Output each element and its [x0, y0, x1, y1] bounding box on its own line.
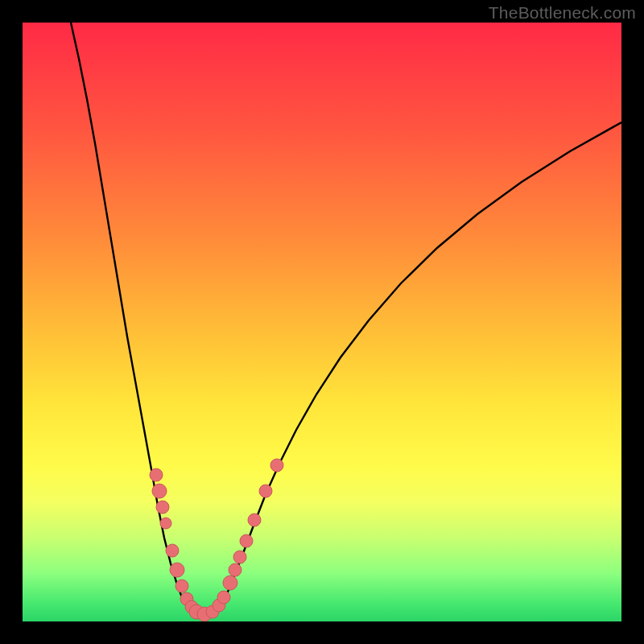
- benchmark-dot: [150, 469, 163, 481]
- benchmark-dot: [240, 535, 253, 547]
- benchmark-dot: [223, 576, 237, 590]
- benchmark-dot: [270, 459, 283, 472]
- bottleneck-chart-svg: [23, 23, 621, 621]
- benchmark-dot: [166, 544, 179, 557]
- benchmark-dot: [217, 591, 230, 604]
- benchmark-dot: [229, 564, 242, 576]
- benchmark-dot: [175, 580, 188, 592]
- benchmark-dot: [160, 518, 171, 529]
- benchmark-dot: [259, 485, 272, 497]
- benchmark-dot: [156, 501, 169, 514]
- bottleneck-curve: [71, 23, 621, 615]
- benchmark-dot: [152, 484, 167, 498]
- chart-plot-area: [23, 23, 621, 621]
- benchmark-markers: [150, 459, 283, 621]
- benchmark-dot: [170, 563, 184, 577]
- watermark-text: TheBottleneck.com: [489, 3, 636, 23]
- benchmark-dot: [233, 551, 246, 564]
- benchmark-dot: [248, 514, 261, 526]
